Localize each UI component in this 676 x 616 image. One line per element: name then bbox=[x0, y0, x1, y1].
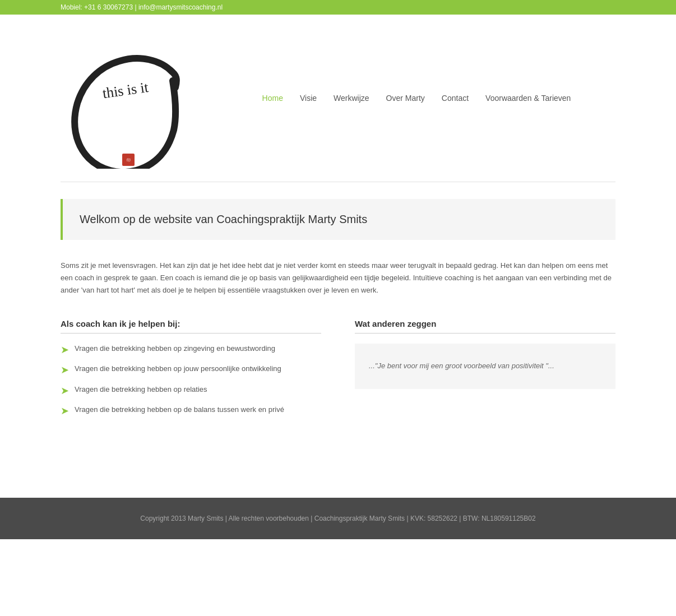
quote-text: ..."Je bent voor mij een groot voorbeeld… bbox=[369, 362, 554, 370]
left-heading: Als coach kan ik je helpen bij: bbox=[61, 319, 321, 334]
chevron-icon-1: ➤ bbox=[61, 343, 69, 357]
nav-home[interactable]: Home bbox=[262, 94, 283, 103]
right-column: Wat anderen zeggen ..."Je bent voor mij … bbox=[355, 319, 615, 425]
logo-area: this is it 印 bbox=[61, 26, 217, 170]
nav-contact[interactable]: Contact bbox=[442, 94, 469, 103]
left-column: Als coach kan ik je helpen bij: ➤ Vragen… bbox=[61, 319, 321, 425]
list-item: ➤ Vragen die betrekking hebben op de bal… bbox=[61, 405, 321, 418]
svg-text:this is it: this is it bbox=[101, 79, 150, 101]
nav-voorwaarden[interactable]: Voorwaarden & Tarieven bbox=[485, 94, 571, 103]
welcome-box: Welkom op de website van Coachingsprakti… bbox=[61, 199, 615, 240]
list-item-text-3: Vragen die betrekking hebben op relaties bbox=[75, 385, 207, 395]
list-item: ➤ Vragen die betrekking hebben op relati… bbox=[61, 385, 321, 398]
list-item-text-4: Vragen die betrekking hebben op de balan… bbox=[75, 405, 284, 415]
phone-number: Mobiel: +31 6 30067273 bbox=[61, 3, 133, 11]
top-bar: Mobiel: +31 6 30067273 | info@martysmits… bbox=[0, 0, 676, 15]
list-item-text-2: Vragen die betrekking hebben op jouw per… bbox=[75, 364, 281, 374]
nav-werkwijze[interactable]: Werkwijze bbox=[334, 94, 369, 103]
chevron-icon-2: ➤ bbox=[61, 363, 69, 377]
right-heading: Wat anderen zeggen bbox=[355, 319, 615, 334]
welcome-title: Welkom op de website van Coachingsprakti… bbox=[80, 213, 599, 226]
nav-over-marty[interactable]: Over Marty bbox=[386, 94, 425, 103]
list-item-text-1: Vragen die betrekking hebben op zingevin… bbox=[75, 344, 275, 354]
svg-text:印: 印 bbox=[127, 158, 131, 163]
footer-text: Copyright 2013 Marty Smits | Alle rechte… bbox=[140, 515, 535, 522]
site-logo: this is it 印 bbox=[61, 26, 195, 169]
intro-text: Soms zit je met levensvragen. Het kan zi… bbox=[61, 260, 615, 297]
footer: Copyright 2013 Marty Smits | Alle rechte… bbox=[0, 498, 676, 539]
list-item: ➤ Vragen die betrekking hebben op jouw p… bbox=[61, 364, 321, 377]
main-content: Welkom op de website van Coachingsprakti… bbox=[0, 182, 676, 464]
list-item: ➤ Vragen die betrekking hebben op zingev… bbox=[61, 344, 321, 357]
email-link[interactable]: info@martysmitscoaching.nl bbox=[138, 3, 223, 11]
coach-list: ➤ Vragen die betrekking hebben op zingev… bbox=[61, 344, 321, 418]
header: this is it 印 Home Visie Werkwijze Over M… bbox=[0, 15, 676, 182]
main-nav: Home Visie Werkwijze Over Marty Contact … bbox=[217, 94, 615, 103]
quote-box: ..."Je bent voor mij een groot voorbeeld… bbox=[355, 344, 615, 389]
two-column-section: Als coach kan ik je helpen bij: ➤ Vragen… bbox=[61, 319, 615, 425]
chevron-icon-3: ➤ bbox=[61, 384, 69, 398]
chevron-icon-4: ➤ bbox=[61, 404, 69, 418]
nav-visie[interactable]: Visie bbox=[300, 94, 317, 103]
